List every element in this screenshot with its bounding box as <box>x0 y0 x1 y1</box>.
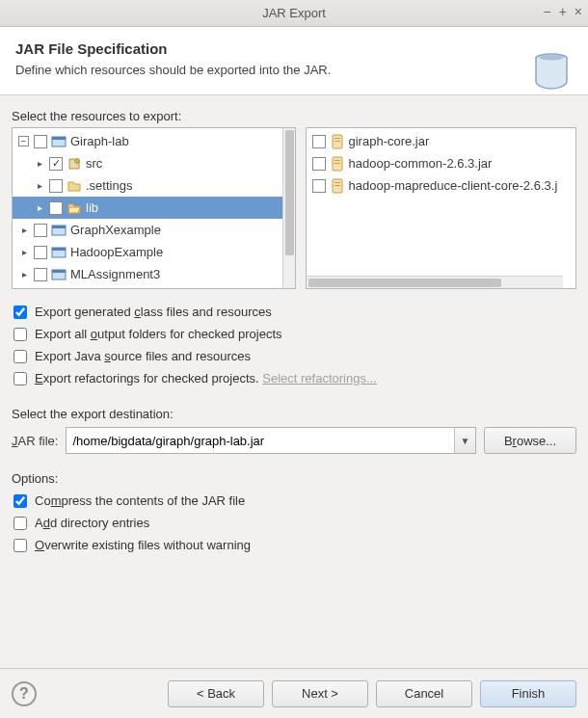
list-label: hadoop-mapreduce-client-core-2.6.3.j <box>349 178 558 193</box>
folder-icon <box>67 178 82 194</box>
tree-label: src <box>86 156 102 171</box>
export-generated-label: Export generated class files and resourc… <box>35 305 272 319</box>
overwrite-row: Overwrite existing files without warning <box>12 534 576 556</box>
scrollbar-horizontal[interactable] <box>307 276 564 288</box>
list-item[interactable]: hadoop-common-2.6.3.jar <box>307 152 576 174</box>
export-generated-checkbox[interactable] <box>13 306 27 319</box>
wizard-header: JAR File Specification Define which reso… <box>0 27 588 95</box>
list-checkbox[interactable] <box>312 157 326 171</box>
tree-row[interactable]: − Giraph-lab <box>13 130 282 152</box>
svg-rect-15 <box>334 160 340 161</box>
page-title: JAR File Specification <box>15 40 573 57</box>
finish-button[interactable]: Finish <box>480 680 576 707</box>
right-list[interactable]: giraph-core.jar hadoop-common-2.6.3.jar … <box>306 127 577 289</box>
export-output-checkbox[interactable] <box>13 328 27 341</box>
export-source-row: Export Java source files and resources <box>12 345 576 367</box>
export-refactorings-label: Export refactorings for checked projects… <box>35 371 377 386</box>
list-item[interactable]: giraph-core.jar <box>307 130 576 152</box>
tree-checkbox[interactable] <box>34 268 47 281</box>
window-title: JAR Export <box>262 6 326 20</box>
compress-checkbox[interactable] <box>13 494 27 508</box>
jar-file-row: JAR file: ▼ Browse... <box>12 427 576 454</box>
project-icon <box>51 134 67 149</box>
jar-file-icon <box>330 134 345 149</box>
tree-row[interactable]: ▸ .settings <box>13 174 282 197</box>
overwrite-label: Overwrite existing files without warning <box>35 538 251 552</box>
add-dir-checkbox[interactable] <box>13 517 27 530</box>
project-icon <box>51 223 67 238</box>
list-item[interactable]: hadoop-mapreduce-client-core-2.6.3.j <box>307 174 576 197</box>
svg-rect-12 <box>334 138 340 139</box>
tree-row[interactable]: ▸ lib <box>13 197 282 219</box>
jar-file-icon <box>330 178 345 194</box>
expander-icon[interactable]: ▸ <box>34 180 45 192</box>
tree-row[interactable]: ▸ MLAssignment3 <box>13 263 282 285</box>
export-source-label: Export Java source files and resources <box>35 349 251 363</box>
compress-label: Compress the contents of the JAR file <box>35 493 245 508</box>
resource-panels: − Giraph-lab ▸ ✓ src ▸ <box>12 127 576 289</box>
export-refactorings-row: Export refactorings for checked projects… <box>12 367 576 389</box>
expander-icon[interactable]: ▸ <box>18 247 30 258</box>
list-label: giraph-core.jar <box>349 134 430 148</box>
tree-row[interactable]: ▸ HadoopExample <box>13 241 282 263</box>
resources-label: Select the resources to export: <box>12 109 576 123</box>
list-checkbox[interactable] <box>312 179 326 193</box>
overwrite-checkbox[interactable] <box>13 539 27 552</box>
back-button[interactable]: < Back <box>168 680 264 707</box>
export-output-label: Export all output folders for checked pr… <box>35 327 282 341</box>
jar-file-icon <box>330 156 345 172</box>
tree-checkbox[interactable] <box>34 246 47 259</box>
wizard-footer: ? < Back Next > Cancel Finish <box>0 668 588 718</box>
tree-row[interactable]: ▸ ✓ src <box>13 152 282 174</box>
collapse-icon[interactable]: − <box>18 136 29 146</box>
export-source-checkbox[interactable] <box>13 350 27 363</box>
left-tree[interactable]: − Giraph-lab ▸ ✓ src ▸ <box>12 127 296 289</box>
svg-point-4 <box>75 158 80 163</box>
tree-checkbox[interactable]: ✓ <box>49 157 63 171</box>
tree-label: MLAssignment3 <box>70 267 160 281</box>
list-checkbox[interactable] <box>312 135 326 148</box>
tree-label: .settings <box>86 178 132 193</box>
svg-rect-13 <box>334 141 340 142</box>
tree-checkbox[interactable] <box>49 179 63 193</box>
svg-rect-10 <box>52 270 66 273</box>
window-controls: − + × <box>543 4 582 19</box>
maximize-button[interactable]: + <box>559 4 567 19</box>
project-icon <box>51 245 67 260</box>
expander-icon[interactable]: ▸ <box>18 269 30 280</box>
help-button[interactable]: ? <box>12 681 37 706</box>
svg-rect-16 <box>334 163 340 164</box>
tree-row[interactable]: ▸ GraphXexample <box>13 219 282 241</box>
scrollbar-vertical[interactable] <box>282 128 295 288</box>
tree-checkbox[interactable] <box>49 201 63 215</box>
list-label: hadoop-common-2.6.3.jar <box>349 156 493 171</box>
titlebar: JAR Export − + × <box>0 0 588 27</box>
next-button[interactable]: Next > <box>272 680 368 707</box>
jar-file-combo[interactable]: ▼ <box>66 427 476 454</box>
jar-file-input[interactable] <box>67 428 454 453</box>
jar-file-label: JAR file: <box>12 434 58 448</box>
tree-label: HadoopExample <box>70 245 163 259</box>
expander-icon[interactable]: ▸ <box>34 202 45 214</box>
svg-rect-3 <box>52 137 66 140</box>
close-button[interactable]: × <box>575 4 582 19</box>
minimize-button[interactable]: − <box>543 4 550 19</box>
page-subtitle: Define which resources should be exporte… <box>15 63 573 77</box>
export-refactorings-checkbox[interactable] <box>13 372 27 386</box>
combo-dropdown-button[interactable]: ▼ <box>454 428 475 453</box>
svg-rect-8 <box>52 248 66 251</box>
add-dir-label: Add directory entries <box>35 516 149 530</box>
export-output-row: Export all output folders for checked pr… <box>12 323 576 345</box>
export-generated-row: Export generated class files and resourc… <box>12 301 576 323</box>
tree-checkbox[interactable] <box>34 135 47 148</box>
svg-rect-18 <box>334 182 340 183</box>
cancel-button[interactable]: Cancel <box>376 680 472 707</box>
folder-open-icon <box>67 200 82 216</box>
browse-button[interactable]: Browse... <box>484 427 576 454</box>
expander-icon[interactable]: ▸ <box>18 225 30 236</box>
expander-icon[interactable]: ▸ <box>34 158 45 170</box>
select-refactorings-link[interactable]: Select refactorings... <box>262 371 377 386</box>
svg-rect-6 <box>52 226 66 228</box>
tree-checkbox[interactable] <box>34 224 47 237</box>
compress-row: Compress the contents of the JAR file <box>12 490 576 512</box>
